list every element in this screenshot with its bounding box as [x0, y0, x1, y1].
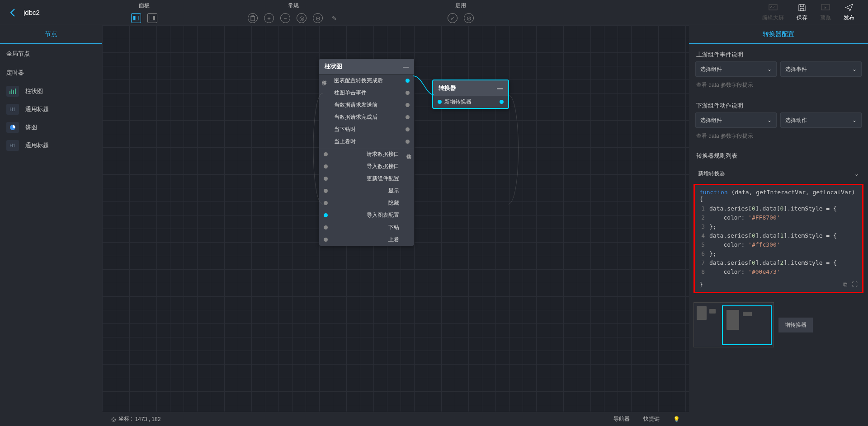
upstream-hint: 查看 data 参数字段提示 [689, 81, 868, 95]
app-header: jdbc2 面板 常规 + − ◎ ⊕ ✎ 启用 ✓ ⊘ 编辑大屏 [0, 0, 868, 25]
event-port-drilldown[interactable]: 当下钻时 [330, 123, 414, 136]
svg-rect-3 [153, 16, 155, 20]
canvas-node-transformer[interactable]: 转换器 — 新增转换器 [432, 80, 509, 109]
chevron-down-icon: ⌄ [852, 117, 857, 123]
panel-right-icon[interactable] [147, 13, 157, 23]
select-component-upstream[interactable]: 选择组件 ⌄ [695, 61, 777, 77]
navigator-button[interactable]: 导航器 [613, 415, 630, 423]
back-button[interactable] [0, 8, 18, 17]
code-editor[interactable]: function (data, getInteractVar, getLocal… [693, 184, 863, 293]
sidebar-node-title-1[interactable]: H1 通用标题 [0, 100, 102, 118]
header-routine-section: 常规 + − ◎ ⊕ ✎ [230, 2, 357, 23]
enable-label: 启用 [455, 2, 466, 9]
event-port-bar-click[interactable]: 柱图单击事件 [330, 87, 414, 99]
actions-group-label: 动作 [404, 148, 414, 246]
check-icon[interactable]: ✓ [448, 13, 458, 23]
event-port-before-request[interactable]: 当数据请求发送前 [330, 99, 414, 111]
chevron-down-icon: ⌄ [767, 66, 772, 72]
node-label: 通用标题 [25, 105, 49, 113]
downstream-hint: 查看 data 参数字段提示 [689, 132, 868, 146]
minimap[interactable] [693, 302, 774, 347]
target-icon[interactable]: ◎ [297, 13, 307, 23]
shortcut-button[interactable]: 快捷键 [643, 415, 660, 423]
panel-label: 面板 [139, 2, 150, 9]
node-label: 柱状图 [25, 87, 43, 95]
events-group-label: 事件 [319, 75, 330, 148]
action-port-request[interactable]: 请求数据接口 [319, 148, 404, 160]
header-right-actions: 编辑大屏 保存 预览 发布 [762, 4, 868, 22]
left-sidebar: 节点 全局节点 定时器 柱状图 H1 通用标题 饼图 H1 通用标题 [0, 25, 102, 426]
action-port-import-data[interactable]: 导入数据接口 [319, 160, 404, 173]
sidebar-node-title-2[interactable]: H1 通用标题 [0, 136, 102, 154]
sidebar-node-pie[interactable]: 饼图 [0, 118, 102, 136]
collapse-icon[interactable]: — [497, 85, 503, 92]
action-port-import-chart[interactable]: 导入图表配置 [319, 209, 404, 221]
status-bar: ◎ 坐标 : 1473 , 182 导航器 快捷键 💡 [102, 412, 689, 426]
event-port-after-request[interactable]: 当数据请求完成后 [330, 111, 414, 123]
panel-left-icon[interactable] [131, 13, 141, 23]
transformer-port[interactable]: 新增转换器 [433, 96, 508, 108]
timer-header: 定时器 [0, 63, 102, 82]
routine-label: 常规 [288, 2, 299, 9]
canvas-node-bar-chart[interactable]: 柱状图 — 事件 图表配置转换完成后 柱图单击事件 当数据请求发送前 当数据请求… [319, 59, 414, 246]
global-nodes-header: 全局节点 [0, 44, 102, 63]
bulb-icon[interactable]: 💡 [673, 416, 680, 422]
eraser-icon[interactable]: ✎ [329, 13, 339, 23]
coords-label: 坐标 : [118, 415, 132, 423]
publish-button[interactable]: 发布 [844, 4, 854, 22]
svg-rect-2 [150, 16, 153, 20]
right-sidebar: 转换器配置 上游组件事件说明 选择组件 ⌄ 选择事件 ⌄ 查看 data 参数字… [689, 25, 868, 426]
nodes-tab[interactable]: 节点 [0, 25, 102, 44]
pie-icon [6, 122, 19, 133]
action-port-roll[interactable]: 上卷 [319, 234, 404, 246]
svg-rect-6 [9, 91, 10, 94]
svg-rect-7 [11, 89, 12, 94]
action-port-show[interactable]: 显示 [319, 185, 404, 197]
h1-icon: H1 [6, 104, 19, 115]
svg-rect-1 [135, 16, 139, 20]
disable-icon[interactable]: ⊘ [464, 13, 474, 23]
svg-rect-8 [13, 90, 14, 94]
location-icon: ◎ [111, 416, 116, 422]
page-title: jdbc2 [18, 9, 113, 16]
downstream-label: 下游组件动作说明 [689, 95, 868, 112]
select-action[interactable]: 选择动作 ⌄ [780, 112, 862, 128]
header-enable-section: 启用 ✓ ⊘ [429, 2, 492, 23]
svg-rect-9 [15, 89, 16, 94]
chevron-down-icon: ⌄ [852, 66, 857, 72]
sidebar-node-bar-chart[interactable]: 柱状图 [0, 82, 102, 100]
copy-icon[interactable]: ⧉ [843, 281, 847, 288]
save-button[interactable]: 保存 [797, 4, 807, 22]
event-port-rollup[interactable]: 当上卷时 [330, 136, 414, 148]
h1-icon: H1 [6, 140, 19, 151]
trash-icon[interactable] [248, 13, 258, 23]
add-icon[interactable]: + [264, 13, 274, 23]
svg-rect-4 [769, 5, 777, 10]
fullscreen-icon[interactable]: ⛶ [852, 281, 858, 288]
svg-rect-0 [133, 16, 135, 20]
event-port-config-done[interactable]: 图表配置转换完成后 [330, 75, 414, 87]
node-header[interactable]: 转换器 — [433, 80, 508, 96]
collapse-icon[interactable]: — [403, 63, 409, 70]
rule-list-header: 转换器规则列表 [689, 146, 868, 165]
action-port-drill[interactable]: 下钻 [319, 221, 404, 234]
node-header[interactable]: 柱状图 — [319, 59, 414, 74]
action-port-hide[interactable]: 隐藏 [319, 197, 404, 209]
chevron-down-icon: ⌄ [854, 171, 859, 177]
header-panel-section: 面板 [113, 2, 175, 23]
transformer-config-tab[interactable]: 转换器配置 [689, 25, 868, 44]
bar-chart-icon [6, 86, 19, 97]
preview-button[interactable]: 预览 [820, 4, 831, 22]
select-event[interactable]: 选择事件 ⌄ [780, 61, 862, 77]
upstream-label: 上游组件事件说明 [689, 44, 868, 61]
minus-icon[interactable]: − [280, 13, 290, 23]
node-label: 通用标题 [25, 141, 49, 150]
rule-item-new-transformer[interactable]: 新增转换器 ⌄ [689, 165, 868, 182]
locate-icon[interactable]: ⊕ [313, 13, 323, 23]
select-component-downstream[interactable]: 选择组件 ⌄ [695, 112, 777, 128]
action-port-update-config[interactable]: 更新组件配置 [319, 173, 404, 185]
edit-screen-button[interactable]: 编辑大屏 [762, 4, 784, 22]
node-label: 饼图 [25, 123, 37, 131]
canvas[interactable]: 柱状图 — 事件 图表配置转换完成后 柱图单击事件 当数据请求发送前 当数据请求… [102, 25, 689, 426]
function-keyword: function [699, 189, 728, 196]
